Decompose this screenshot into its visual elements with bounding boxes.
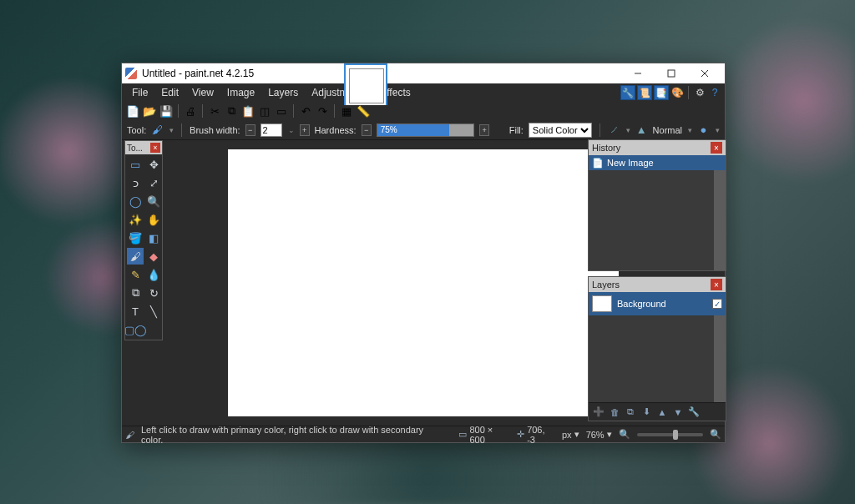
menu-edit[interactable]: Edit xyxy=(154,85,185,100)
layers-panel-close[interactable]: × xyxy=(711,279,722,290)
layers-panel: Layers × Background ✓ ➕ 🗑 ⧉ ⬇ ▲ ▼ 🔧 xyxy=(588,276,726,421)
tool-gradient[interactable]: ◧ xyxy=(145,229,162,246)
history-scrollbar[interactable] xyxy=(714,170,726,270)
cut-icon[interactable]: ✂ xyxy=(207,103,222,118)
merge-down-icon[interactable]: ⬇ xyxy=(640,406,653,419)
undo-icon[interactable]: ↶ xyxy=(298,103,313,118)
history-window-toggle[interactable]: 📜 xyxy=(637,85,652,100)
layer-visibility-checkbox[interactable]: ✓ xyxy=(712,299,722,309)
tool-pencil[interactable]: ✎ xyxy=(127,266,144,283)
brush-width-dropdown[interactable]: ⌄ xyxy=(288,126,295,134)
tool-eraser[interactable]: ◆ xyxy=(145,248,162,265)
status-bar: 🖌 Left click to draw with primary color,… xyxy=(122,426,725,442)
copy-icon[interactable]: ⧉ xyxy=(224,103,239,118)
menu-bar: File Edit View Image Layers Adjustments … xyxy=(122,83,725,102)
overwrite-dropdown[interactable]: ▾ xyxy=(716,126,720,134)
tools-panel-header[interactable]: To... × xyxy=(125,141,162,154)
tool-line[interactable]: ╲ xyxy=(145,303,162,320)
document-tab[interactable] xyxy=(344,63,387,105)
layers-scrollbar[interactable] xyxy=(714,315,726,402)
brush-width-label: Brush width: xyxy=(190,125,240,135)
overwrite-icon[interactable]: ● xyxy=(697,123,710,138)
layers-window-toggle[interactable]: 📑 xyxy=(654,85,669,100)
title-bar: Untitled - paint.net 4.2.15 xyxy=(122,63,725,83)
duplicate-layer-icon[interactable]: ⧉ xyxy=(624,406,637,419)
blend-mode-value: Normal xyxy=(653,125,682,135)
tool-shapes[interactable]: ▢◯ xyxy=(127,321,144,338)
deselect-icon[interactable]: ▭ xyxy=(274,103,289,118)
ruler-icon[interactable]: 📏 xyxy=(356,103,371,118)
crop-icon[interactable]: ◫ xyxy=(257,103,272,118)
tool-ellipse-select[interactable]: ◯ xyxy=(127,193,144,209)
maximize-button[interactable] xyxy=(655,63,688,83)
hardness-slider[interactable]: 75% xyxy=(377,123,474,137)
tool-zoom[interactable]: 🔍 xyxy=(145,193,162,209)
antialias-icon[interactable]: ⟋ xyxy=(608,123,620,138)
colors-window-toggle[interactable]: 🎨 xyxy=(670,86,684,99)
redo-icon[interactable]: ↷ xyxy=(315,103,330,118)
menu-file[interactable]: File xyxy=(125,85,154,100)
canvas[interactable] xyxy=(228,149,619,416)
tool-lasso[interactable]: ɔ xyxy=(127,174,144,191)
close-button[interactable] xyxy=(688,63,721,83)
print-icon[interactable]: 🖨 xyxy=(183,103,198,118)
antialias-dropdown[interactable]: ▾ xyxy=(626,126,630,134)
grid-icon[interactable]: ▦ xyxy=(339,103,354,118)
tool-pan[interactable]: ✋ xyxy=(145,211,162,228)
new-icon[interactable]: 📄 xyxy=(125,103,140,118)
zoom-in-icon[interactable]: 🔍 xyxy=(710,429,721,440)
zoom-out-icon[interactable]: 🔍 xyxy=(619,429,630,440)
delete-layer-icon[interactable]: 🗑 xyxy=(608,406,621,419)
tools-panel-close[interactable]: × xyxy=(150,143,160,153)
blend-icon[interactable]: ▲ xyxy=(635,123,648,138)
brush-width-decrement[interactable]: − xyxy=(245,124,255,136)
menu-layers[interactable]: Layers xyxy=(261,85,305,100)
add-layer-icon[interactable]: ➕ xyxy=(592,406,605,419)
tool-move[interactable]: ✥ xyxy=(145,156,162,173)
menu-image[interactable]: Image xyxy=(220,85,261,100)
paste-icon[interactable]: 📋 xyxy=(240,103,255,118)
layers-panel-header[interactable]: Layers × xyxy=(589,277,726,292)
active-tool-icon[interactable]: 🖌 xyxy=(151,123,164,138)
tool-text[interactable]: T xyxy=(127,303,144,320)
help-icon[interactable]: ? xyxy=(708,86,721,99)
zoom-slider[interactable] xyxy=(637,433,703,436)
tool-paint-bucket[interactable]: 🪣 xyxy=(127,229,144,246)
open-icon[interactable]: 📂 xyxy=(142,103,157,118)
fill-select[interactable]: Solid Color xyxy=(529,123,592,138)
tool-rectangle-select[interactable]: ▭ xyxy=(127,156,144,173)
status-dimensions: ▭ 800 × 600 xyxy=(458,425,510,445)
settings-icon[interactable]: ⚙ xyxy=(693,86,706,99)
minimize-button[interactable] xyxy=(621,63,655,83)
tools-window-toggle[interactable]: 🔧 xyxy=(620,85,635,100)
unit-dropdown-icon[interactable]: ▾ xyxy=(574,429,579,440)
zoom-dropdown-icon[interactable]: ▾ xyxy=(607,429,612,440)
history-panel-close[interactable]: × xyxy=(711,142,722,154)
menu-view[interactable]: View xyxy=(185,85,220,100)
zoom-value: 76% xyxy=(586,430,605,440)
move-down-icon[interactable]: ▼ xyxy=(671,406,685,419)
tool-magic-wand[interactable]: ✨ xyxy=(127,211,144,228)
hardness-decrement[interactable]: − xyxy=(362,124,372,136)
history-panel: History × 📄 New Image xyxy=(588,139,726,271)
document-tab-dropdown[interactable]: ⌄ xyxy=(391,87,397,96)
history-panel-header[interactable]: History × xyxy=(589,140,726,155)
brush-width-input[interactable] xyxy=(261,123,282,137)
tool-clone-stamp[interactable]: ⧉ xyxy=(127,285,144,301)
brush-width-increment[interactable]: + xyxy=(300,124,310,136)
status-unit[interactable]: px ▾ xyxy=(562,429,579,440)
history-item[interactable]: 📄 New Image xyxy=(589,155,726,170)
move-up-icon[interactable]: ▲ xyxy=(655,406,669,419)
tool-dropdown-icon[interactable]: ▾ xyxy=(169,126,174,134)
save-icon[interactable]: 💾 xyxy=(159,103,174,118)
tool-move-selection[interactable]: ⤢ xyxy=(145,174,162,191)
tool-recolor[interactable]: ↻ xyxy=(145,285,162,301)
layer-row[interactable]: Background ✓ xyxy=(589,292,726,315)
layer-properties-icon[interactable]: 🔧 xyxy=(687,406,701,419)
blend-dropdown[interactable]: ▾ xyxy=(688,126,692,134)
tool-color-picker[interactable]: 💧 xyxy=(145,266,162,283)
layers-toolbar: ➕ 🗑 ⧉ ⬇ ▲ ▼ 🔧 xyxy=(589,402,726,421)
tool-paintbrush[interactable]: 🖌 xyxy=(127,248,144,265)
toolbar-right-cluster: 🔧 📜 📑 🎨 ⚙ ? xyxy=(620,85,721,100)
hardness-increment[interactable]: + xyxy=(479,124,489,136)
